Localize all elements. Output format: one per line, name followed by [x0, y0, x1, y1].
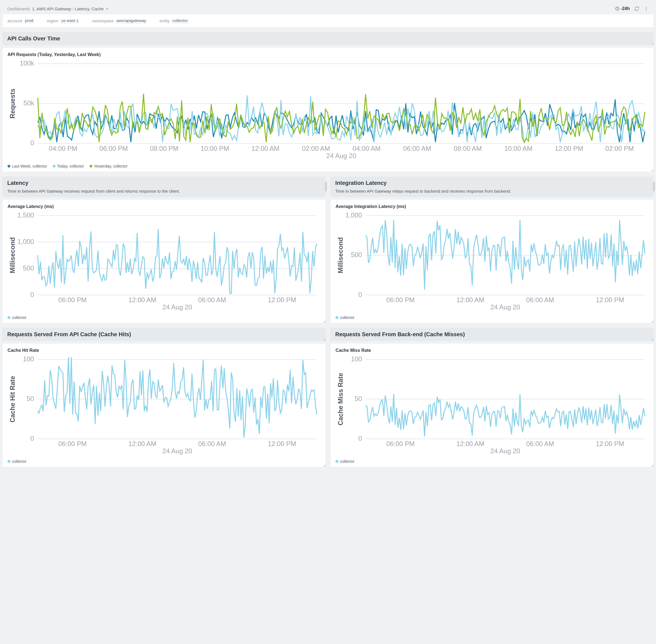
panel-title: Average Latency (ms) — [7, 204, 320, 209]
svg-text:06:00 PM: 06:00 PM — [58, 440, 87, 447]
legend-label: Yesterday, collector — [94, 164, 128, 168]
legend-item[interactable]: Yesterday, collector — [90, 164, 128, 168]
section-cache-hits: Requests Served From API Cache (Cache Hi… — [2, 328, 326, 341]
resize-handle-icon[interactable] — [650, 320, 653, 323]
svg-text:50k: 50k — [23, 99, 34, 107]
svg-text:02:00 PM: 02:00 PM — [605, 145, 634, 152]
svg-text:06:00 PM: 06:00 PM — [386, 296, 415, 304]
filter-entity[interactable]: entity collector — [160, 18, 188, 23]
svg-text:0: 0 — [30, 139, 34, 147]
filter-account[interactable]: account prod — [7, 18, 33, 23]
svg-text:100k: 100k — [20, 60, 34, 67]
resize-handle-icon[interactable] — [322, 320, 325, 323]
legend-label: collector — [12, 459, 26, 464]
panel-avg-int-latency: Average Integration Latency (ms) 05001,0… — [330, 199, 654, 323]
filter-region[interactable]: region us-east-1 — [47, 18, 78, 23]
time-range-button[interactable]: -24h — [615, 6, 630, 11]
svg-point-3 — [646, 10, 647, 10]
svg-text:12:00 PM: 12:00 PM — [596, 440, 624, 447]
filter-label: entity — [160, 18, 169, 23]
scrollbar-hint[interactable] — [325, 182, 327, 191]
svg-text:06:00 AM: 06:00 AM — [403, 145, 431, 152]
svg-text:24 Aug 20: 24 Aug 20 — [490, 447, 520, 455]
svg-text:06:00 PM: 06:00 PM — [99, 145, 128, 152]
panel-title: Cache Hit Rate — [7, 348, 320, 353]
panel-title: Average Integration Latency (ms) — [336, 204, 649, 209]
svg-text:06:00 AM: 06:00 AM — [198, 440, 226, 447]
svg-text:06:00 AM: 06:00 AM — [526, 440, 554, 447]
filter-label: namespace — [92, 18, 114, 23]
resize-handle-icon[interactable] — [322, 338, 325, 340]
section-subtitle: Time in between API Gateway receives req… — [7, 188, 321, 194]
svg-text:12:00 AM: 12:00 AM — [456, 296, 484, 304]
panel-title: API Requests (Today, Yesterday, Last Wee… — [7, 52, 649, 57]
resize-handle-icon[interactable] — [650, 168, 653, 171]
chart-avg-int-latency[interactable]: 05001,000Millisecond06:00 PM12:00 AM06:0… — [336, 211, 649, 313]
chart-cache-miss-rate[interactable]: 050100Cache Miss Rate06:00 PM12:00 AM06:… — [336, 354, 649, 457]
svg-point-2 — [646, 8, 647, 9]
legend-label: collector — [340, 459, 355, 464]
svg-text:08:00 AM: 08:00 AM — [454, 145, 482, 152]
legend: collector — [7, 315, 320, 320]
svg-text:24 Aug 20: 24 Aug 20 — [490, 304, 520, 311]
breadcrumb-root[interactable]: Dashboards — [7, 6, 30, 11]
swatch-icon — [90, 165, 92, 167]
legend-item[interactable]: Today, collector — [53, 164, 84, 168]
legend-item[interactable]: collector — [336, 459, 355, 464]
topbar-actions: -24h — [615, 6, 649, 11]
chart-cache-hit-rate[interactable]: 050100Cache Hit Rate06:00 PM12:00 AM06:0… — [7, 354, 320, 457]
legend-item[interactable]: collector — [7, 459, 26, 464]
legend-label: collector — [340, 315, 355, 320]
section-title: API Calls Over Time — [7, 36, 649, 42]
legend: collector — [336, 315, 649, 320]
legend-label: Last Week, collector — [12, 164, 47, 168]
svg-text:06:00 PM: 06:00 PM — [58, 296, 87, 304]
refresh-button[interactable] — [634, 6, 639, 11]
legend-item[interactable]: Last Week, collector — [7, 164, 47, 168]
panel-cache-hit-rate: Cache Hit Rate 050100Cache Hit Rate06:00… — [2, 343, 326, 467]
svg-text:1,000: 1,000 — [345, 212, 362, 219]
swatch-icon — [7, 165, 10, 167]
swatch-icon — [53, 165, 55, 167]
section-title: Integration Latency — [335, 180, 649, 186]
resize-handle-icon[interactable] — [651, 338, 653, 340]
svg-text:24 Aug 20: 24 Aug 20 — [162, 447, 192, 455]
scrollbar-hint[interactable] — [653, 182, 655, 191]
filter-value: collector — [172, 18, 188, 23]
filter-label: account — [7, 18, 22, 23]
svg-text:100: 100 — [351, 355, 362, 363]
svg-text:12:00 AM: 12:00 AM — [456, 440, 484, 447]
more-menu-button[interactable] — [644, 6, 649, 11]
time-range-label: -24h — [620, 6, 630, 11]
swatch-icon — [7, 316, 10, 319]
section-api-calls: API Calls Over Time — [2, 32, 654, 45]
legend: Last Week, collector Today, collector Ye… — [7, 164, 649, 168]
svg-text:12:00 PM: 12:00 PM — [268, 440, 296, 447]
dashboard-selector[interactable]: 1. AWS API Gateway - Latency, Cache — [32, 6, 108, 11]
chart-avg-latency[interactable]: 05001,0001,500Millisecond06:00 PM12:00 A… — [7, 211, 320, 313]
svg-text:Cache Hit Rate: Cache Hit Rate — [9, 376, 16, 422]
svg-text:500: 500 — [23, 264, 34, 272]
svg-text:0: 0 — [30, 291, 34, 298]
section-title: Requests Served From Back-end (Cache Mis… — [335, 331, 649, 338]
resize-handle-icon[interactable] — [651, 42, 653, 45]
chart-api-requests[interactable]: 050k100kRequests04:00 PM06:00 PM08:00 PM… — [7, 59, 649, 162]
legend-item[interactable]: collector — [7, 315, 26, 320]
svg-text:50: 50 — [27, 395, 34, 402]
filter-namespace[interactable]: namespace aws/apigateway — [92, 18, 146, 23]
svg-text:06:00 AM: 06:00 AM — [198, 296, 226, 304]
svg-text:1,000: 1,000 — [18, 238, 34, 245]
svg-text:06:00 AM: 06:00 AM — [526, 296, 554, 304]
resize-handle-icon[interactable] — [650, 464, 653, 466]
resize-handle-icon[interactable] — [322, 464, 325, 466]
section-title: Latency — [7, 180, 321, 186]
legend-item[interactable]: collector — [336, 315, 355, 320]
panel-title: Cache Miss Rate — [336, 348, 649, 353]
panel-api-requests: API Requests (Today, Yesterday, Last Wee… — [2, 47, 654, 172]
swatch-icon — [7, 460, 10, 463]
section-cache-misses: Requests Served From Back-end (Cache Mis… — [330, 328, 654, 341]
svg-text:50: 50 — [355, 395, 362, 402]
svg-text:12:00 PM: 12:00 PM — [268, 296, 296, 304]
svg-text:10:00 PM: 10:00 PM — [201, 145, 229, 152]
svg-text:02:00 AM: 02:00 AM — [302, 145, 330, 152]
